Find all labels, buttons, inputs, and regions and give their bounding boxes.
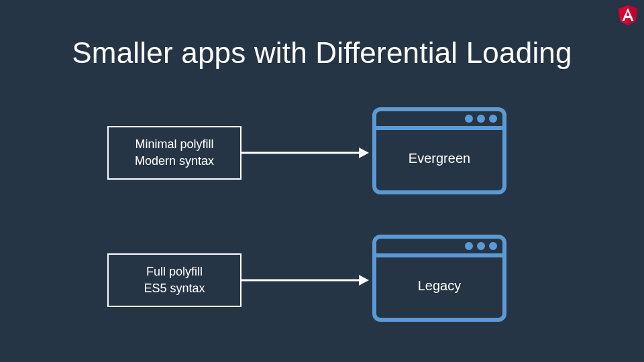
browser-body: Evergreen bbox=[376, 130, 502, 186]
arrow-icon bbox=[241, 274, 369, 287]
slide-title: Smaller apps with Differential Loading bbox=[0, 36, 644, 70]
input-box-legacy: Full polyfill ES5 syntax bbox=[107, 253, 241, 307]
svg-marker-3 bbox=[359, 147, 369, 158]
browser-dot-icon bbox=[465, 242, 473, 250]
browser-evergreen: Evergreen bbox=[372, 107, 506, 194]
input-line: ES5 syntax bbox=[144, 280, 205, 297]
input-line: Minimal polyfill bbox=[135, 136, 213, 153]
input-line: Modern syntax bbox=[135, 153, 214, 170]
svg-marker-5 bbox=[359, 275, 369, 286]
row-legacy: Full polyfill ES5 syntax Legacy bbox=[0, 235, 644, 328]
browser-header bbox=[376, 239, 502, 257]
browser-dot-icon bbox=[477, 242, 485, 250]
browser-dot-icon bbox=[465, 115, 473, 123]
angular-logo bbox=[619, 5, 637, 28]
angular-logo-icon bbox=[619, 5, 637, 25]
browser-label: Evergreen bbox=[409, 151, 470, 166]
input-box-modern: Minimal polyfill Modern syntax bbox=[107, 126, 241, 180]
svg-marker-1 bbox=[628, 5, 637, 25]
browser-legacy: Legacy bbox=[372, 235, 506, 322]
arrow-icon bbox=[241, 146, 369, 160]
browser-header bbox=[376, 111, 502, 130]
input-line: Full polyfill bbox=[146, 263, 203, 280]
browser-label: Legacy bbox=[418, 278, 462, 294]
browser-dot-icon bbox=[489, 115, 497, 123]
browser-dot-icon bbox=[489, 242, 497, 250]
browser-body: Legacy bbox=[376, 257, 502, 314]
browser-dot-icon bbox=[477, 115, 485, 123]
diagram-container: Minimal polyfill Modern syntax Evergreen… bbox=[0, 107, 644, 362]
row-evergreen: Minimal polyfill Modern syntax Evergreen bbox=[0, 107, 644, 201]
